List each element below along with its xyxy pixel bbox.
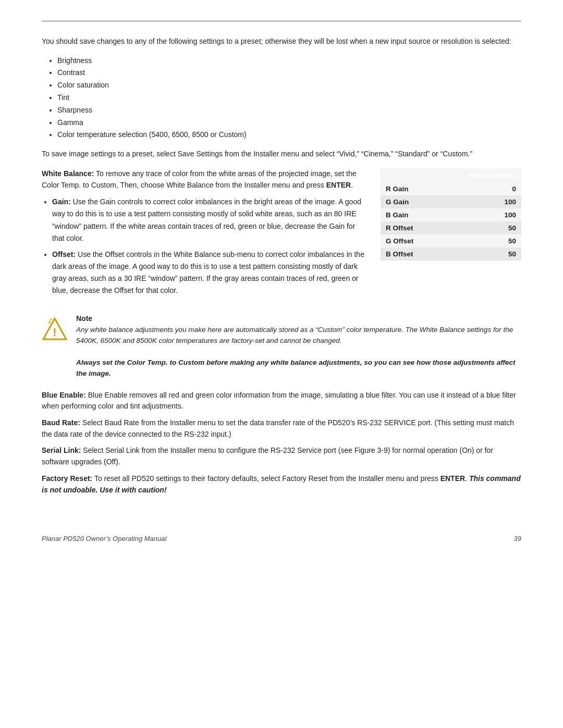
svg-line-2	[50, 319, 52, 320]
page-footer: Planar PD520 Owner’s Operating Manual 39	[42, 535, 521, 542]
intro-paragraph: You should save changes to any of the fo…	[42, 36, 521, 47]
list-item: Sharpness	[57, 104, 521, 117]
table-row: R Gain 0	[381, 182, 521, 195]
table-row: B Offset 50	[381, 248, 521, 261]
white-balance-text: White Balance: To remove any trace of co…	[42, 168, 368, 304]
wb-row-label: B Offset	[381, 248, 472, 261]
settings-list: Brightness Contrast Color saturation Tin…	[57, 55, 521, 142]
wb-row-value: 100	[472, 195, 522, 208]
white-balance-bold-label: White Balance:	[42, 169, 94, 178]
svg-text:!: !	[53, 326, 56, 339]
blue-enable-paragraph: Blue Enable: Blue Enable removes all red…	[42, 390, 521, 412]
table-row: B Gain 100	[381, 208, 521, 221]
factory-reset-paragraph: Factory Reset: To reset all PD520 settin…	[42, 473, 521, 496]
gain-bullet: Gain: Use the Gain controls to correct c…	[52, 196, 368, 244]
table-row: G Gain 100	[381, 195, 521, 208]
save-paragraph: To save image settings to a preset, sele…	[42, 149, 521, 160]
warning-icon: !	[42, 316, 68, 344]
wb-row-value: 0	[472, 182, 522, 195]
list-item: Tint	[57, 92, 521, 104]
white-balance-section: White Balance: To remove any trace of co…	[42, 168, 521, 304]
table-row: G Offset 50	[381, 235, 521, 248]
svg-line-3	[48, 322, 51, 323]
note-label: Note	[76, 314, 521, 323]
note-content-area: Note Any white balance adjustments you m…	[76, 314, 521, 379]
intro-text: You should save changes to any of the fo…	[42, 37, 511, 45]
white-balance-bullets: Gain: Use the Gain controls to correct c…	[52, 196, 368, 297]
wb-row-value: 100	[472, 208, 522, 221]
list-item: Contrast	[57, 67, 521, 79]
top-divider	[42, 21, 521, 21]
warning-triangle-icon: !	[42, 316, 68, 342]
list-item: Gamma	[57, 117, 521, 129]
list-item: Color temperature selection (5400, 6500,…	[57, 129, 521, 141]
list-item: Color saturation	[57, 79, 521, 92]
baud-rate-paragraph: Baud Rate: Select Baud Rate from the Ins…	[42, 417, 521, 440]
white-balance-table: White Balance R Gain 0 G Gain 100 B Gain	[381, 168, 521, 261]
note-box: ! Note Any white balance adjustments you…	[42, 314, 521, 379]
note-bold-italic: Always set the Color Temp. to Custom bef…	[76, 359, 515, 377]
white-balance-enter: ENTER	[326, 181, 351, 189]
wb-row-value: 50	[472, 248, 522, 261]
wb-row-label: R Offset	[381, 221, 472, 235]
footer-right: 39	[514, 535, 521, 542]
note-text: Any white balance adjustments you make h…	[76, 325, 521, 379]
wb-row-label: R Gain	[381, 182, 472, 195]
footer-left: Planar PD520 Owner’s Operating Manual	[42, 535, 166, 542]
white-balance-intro: White Balance: To remove any trace of co…	[42, 168, 368, 191]
wb-row-label: B Gain	[381, 208, 472, 221]
wb-table-header: White Balance	[381, 168, 521, 182]
serial-link-paragraph: Serial Link: Select Serial Link from the…	[42, 445, 521, 467]
table-row: R Offset 50	[381, 221, 521, 235]
wb-table-body: R Gain 0 G Gain 100 B Gain 100 R Offset …	[381, 182, 521, 261]
wb-row-value: 50	[472, 235, 522, 248]
list-item: Brightness	[57, 55, 521, 67]
offset-bullet: Offset: Use the Offset controls in the W…	[52, 249, 368, 297]
white-balance-sidebar: White Balance R Gain 0 G Gain 100 B Gain	[381, 168, 521, 261]
wb-row-value: 50	[472, 221, 522, 235]
wb-row-label: G Gain	[381, 195, 472, 208]
page: You should save changes to any of the fo…	[0, 0, 563, 558]
wb-row-label: G Offset	[381, 235, 472, 248]
